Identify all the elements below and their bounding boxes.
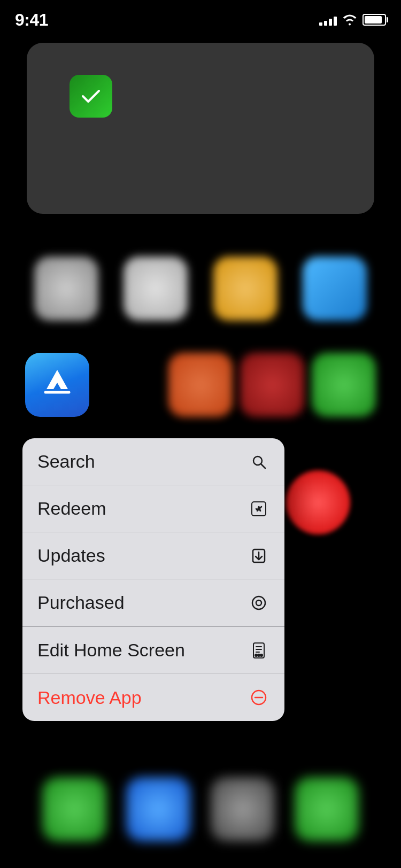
- remove-app-icon: [248, 687, 269, 708]
- app-icon[interactable]: [312, 353, 376, 417]
- status-bar: 9:41: [0, 0, 401, 32]
- status-time: 9:41: [15, 10, 48, 30]
- menu-item-remove-app[interactable]: Remove App: [22, 674, 284, 721]
- app-icon[interactable]: [34, 257, 98, 321]
- app-row-2: [0, 353, 401, 417]
- svg-point-14: [258, 654, 260, 656]
- app-icon[interactable]: [124, 257, 188, 321]
- app-icon[interactable]: [240, 353, 304, 417]
- menu-item-edit-home-screen[interactable]: Edit Home Screen: [22, 627, 284, 674]
- widget-area: [27, 43, 374, 214]
- edit-home-screen-icon: [248, 640, 269, 661]
- svg-point-13: [255, 654, 257, 656]
- status-icons: [319, 14, 386, 26]
- svg-point-15: [260, 654, 263, 656]
- svg-point-8: [256, 600, 261, 606]
- menu-item-search[interactable]: Search: [22, 438, 284, 485]
- menu-item-updates[interactable]: Updates: [22, 532, 284, 579]
- wifi-icon: [342, 14, 357, 26]
- updates-icon: [248, 545, 269, 567]
- app-icon[interactable]: [213, 257, 277, 321]
- appstore-app-icon[interactable]: [25, 353, 89, 417]
- battery-icon: [363, 14, 386, 26]
- svg-text:A: A: [257, 506, 261, 512]
- menu-label-updates: Updates: [37, 545, 105, 566]
- dock-icon[interactable]: [42, 777, 106, 841]
- menu-label-search: Search: [37, 451, 95, 472]
- menu-label-edit-home-screen: Edit Home Screen: [37, 640, 185, 661]
- menu-label-remove-app: Remove App: [37, 687, 142, 708]
- app-icon[interactable]: [168, 353, 233, 417]
- menu-label-purchased: Purchased: [37, 592, 125, 613]
- dock-icon[interactable]: [295, 777, 359, 841]
- dock-icon[interactable]: [211, 777, 275, 841]
- menu-item-purchased[interactable]: Purchased: [22, 579, 284, 626]
- svg-line-2: [261, 464, 265, 468]
- context-menu: Search Redeem A Updates: [22, 438, 284, 721]
- search-icon: [248, 451, 269, 472]
- purchased-icon: [248, 592, 269, 614]
- appstore-logo: [38, 366, 76, 404]
- dock-row: [0, 777, 401, 841]
- menu-label-redeem: Redeem: [37, 498, 106, 519]
- app-icon[interactable]: [303, 257, 367, 321]
- dock-icon[interactable]: [126, 777, 190, 841]
- app-icon-red[interactable]: [286, 470, 350, 534]
- app-row-1: [0, 257, 401, 321]
- redeem-icon: A: [248, 498, 269, 520]
- widget-icon: [70, 75, 112, 118]
- svg-point-7: [252, 596, 265, 609]
- signal-icon: [319, 14, 337, 26]
- menu-item-redeem[interactable]: Redeem A: [22, 485, 284, 532]
